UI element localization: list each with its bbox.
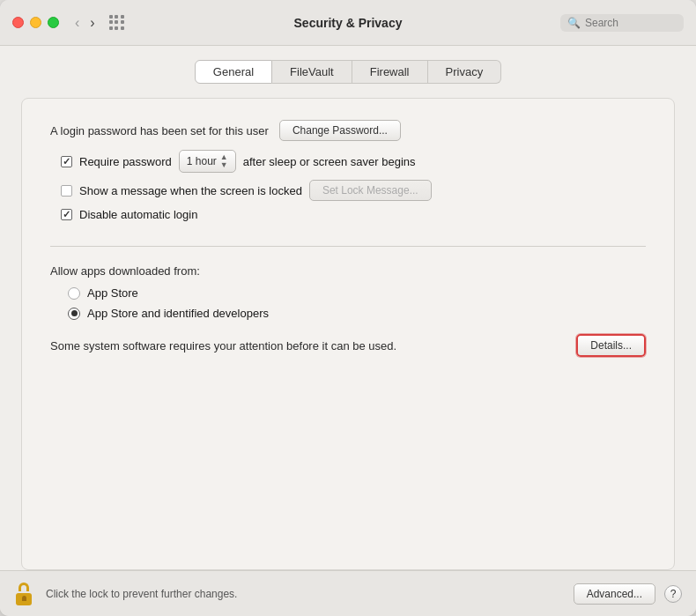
search-icon: 🔍	[567, 17, 581, 29]
radio-app-store-identified-label: App Store and identified developers	[87, 307, 269, 320]
disable-autologin-label: Disable automatic login	[79, 208, 197, 221]
minimize-button[interactable]	[30, 17, 41, 28]
footer: Click the lock to prevent further change…	[0, 570, 696, 616]
radio-app-store[interactable]	[68, 287, 80, 300]
search-box[interactable]: 🔍	[560, 14, 684, 32]
lock-shackle	[19, 583, 29, 591]
tab-privacy[interactable]: Privacy	[428, 60, 502, 84]
help-button[interactable]: ?	[664, 585, 682, 603]
search-input[interactable]	[585, 17, 673, 29]
radio-selected-dot	[71, 310, 78, 316]
show-message-row: Show a message when the screen is locked…	[61, 180, 646, 201]
lock-keyhole	[22, 596, 26, 601]
forward-button[interactable]: ›	[86, 14, 98, 32]
tab-general[interactable]: General	[195, 60, 272, 84]
radio-app-store-row: App Store	[68, 286, 646, 300]
main-window: ‹ › Security & Privacy 🔍 General FileVau…	[0, 0, 696, 616]
close-button[interactable]	[12, 17, 24, 28]
titlebar: ‹ › Security & Privacy 🔍	[0, 0, 696, 46]
tab-filevault[interactable]: FileVault	[272, 60, 352, 84]
require-password-label: Require password	[79, 155, 172, 168]
login-password-text: A login password has been set for this u…	[50, 124, 269, 137]
change-password-button[interactable]: Change Password...	[279, 120, 401, 141]
disable-autologin-checkbox[interactable]: ✓	[61, 209, 72, 220]
show-message-label: Show a message when the screen is locked	[79, 184, 302, 197]
set-lock-message-button[interactable]: Set Lock Message...	[309, 180, 432, 201]
require-password-after-text: after sleep or screen saver begins	[243, 155, 416, 168]
radio-app-store-label: App Store	[87, 286, 138, 300]
checkmark-icon: ✓	[63, 157, 70, 167]
lock-icon[interactable]	[14, 583, 33, 605]
password-interval-dropdown[interactable]: 1 hour ▲ ▼	[179, 150, 236, 173]
tab-bar: General FileVault Firewall Privacy	[21, 60, 675, 84]
lock-body	[16, 593, 32, 605]
show-message-checkbox[interactable]	[61, 185, 72, 197]
allow-apps-label: Allow apps downloaded from:	[50, 264, 646, 278]
section-divider	[50, 246, 646, 247]
system-software-text: Some system software requires your atten…	[50, 339, 562, 353]
require-password-row: ✓ Require password 1 hour ▲ ▼ after slee…	[61, 150, 646, 173]
tab-firewall[interactable]: Firewall	[352, 60, 428, 84]
nav-arrows: ‹ ›	[71, 14, 99, 32]
allow-apps-section: Allow apps downloaded from: App Store Ap…	[50, 264, 646, 357]
advanced-button[interactable]: Advanced...	[574, 583, 655, 605]
window-title: Security & Privacy	[294, 16, 403, 30]
dropdown-arrows-icon: ▲ ▼	[220, 153, 228, 169]
details-button[interactable]: Details...	[576, 334, 646, 357]
checkmark-icon-2: ✓	[63, 210, 70, 219]
login-password-section: A login password has been set for this u…	[50, 120, 646, 221]
app-grid-icon[interactable]	[109, 15, 125, 31]
radio-app-store-identified-row: App Store and identified developers	[68, 307, 646, 320]
traffic-lights	[12, 17, 59, 28]
require-password-checkbox[interactable]: ✓	[61, 156, 72, 167]
footer-lock-text: Click the lock to prevent further change…	[46, 588, 565, 600]
login-password-row: A login password has been set for this u…	[50, 120, 646, 141]
general-panel: A login password has been set for this u…	[21, 98, 675, 570]
disable-autologin-row: ✓ Disable automatic login	[61, 208, 646, 221]
content-area: General FileVault Firewall Privacy A log…	[0, 46, 696, 570]
radio-app-store-identified[interactable]	[68, 308, 80, 320]
back-button[interactable]: ‹	[71, 14, 83, 32]
password-interval-value: 1 hour	[187, 155, 217, 167]
system-software-row: Some system software requires your atten…	[50, 334, 646, 357]
maximize-button[interactable]	[48, 17, 59, 28]
